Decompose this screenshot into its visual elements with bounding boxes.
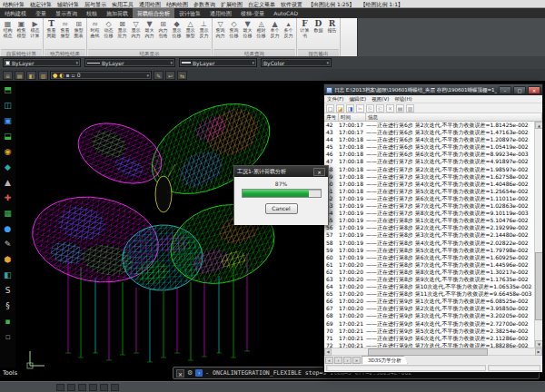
log-row[interactable]: 6417:00:20——正在进行第8步 第10次迭代,不平衡力收敛误差=1.06… (324, 283, 542, 290)
relative-disp-button[interactable]: ◬相对位移 (254, 19, 268, 38)
close-icon[interactable]: ✕ (313, 168, 325, 176)
progress-dialog-titlebar[interactable]: 工况1-累计荷载分析 ✕ (234, 166, 328, 177)
check-model-button[interactable]: ▣检查模型 (15, 19, 28, 38)
layer-states-icon[interactable]: ▤ (15, 71, 25, 80)
cut-icon[interactable]: ✂ (356, 104, 364, 113)
menu-item[interactable]: 【出图比例 1:25】 (305, 0, 357, 8)
column-header-time[interactable]: 时间 (339, 113, 366, 121)
layer-freeze-icon[interactable]: ▥ (38, 71, 48, 80)
ribbon-tab[interactable]: AutoCAD (269, 8, 302, 18)
vertical-scrollbar[interactable]: ▲ ▼ (534, 122, 542, 348)
report-f-button[interactable]: F计算书 (298, 19, 312, 38)
layer-manager-icon[interactable]: ≡ (3, 71, 13, 80)
force-envelope-button[interactable]: ⊞内力包络 (156, 19, 170, 38)
ribbon-tab[interactable]: 结构建模 (0, 8, 31, 18)
maximize-button[interactable]: □ (513, 86, 526, 94)
log-menu-item[interactable]: 视图(V) (369, 96, 391, 103)
cone-tool-icon[interactable]: ▲ (1, 174, 15, 190)
show-disp-button[interactable]: ◆显示位移 (170, 19, 183, 38)
menu-item[interactable]: 自定义菜单 (245, 0, 278, 8)
menu-item[interactable]: 结构绘图 (164, 0, 191, 8)
log-row[interactable]: 6517:00:20——正在进行第8步 第11次迭代,不平衡力收敛误差=9.66… (324, 290, 542, 298)
log-row[interactable]: 5517:00:19——正在进行第8步 第1次迭代,不平衡力收敛误差=5.104… (324, 217, 542, 224)
diamond-node-tool-icon[interactable]: ◆ (1, 159, 15, 174)
horizontal-scroll-thumb[interactable] (368, 348, 488, 356)
ribbon-tab[interactable]: 荷载组合分析 (133, 8, 174, 18)
small-solid-tool-icon[interactable]: ▪ (1, 313, 15, 328)
next-tab-icon[interactable]: › (343, 357, 352, 364)
log-sheet-tab[interactable]: 3D3S力学分析 (362, 356, 408, 364)
edit-tool-icon[interactable]: ✎ (1, 236, 15, 251)
node-tool-icon[interactable]: ● (1, 220, 15, 236)
ribbon-tab[interactable]: 变量 (31, 8, 51, 18)
menu-item[interactable]: 辅助计算 (54, 0, 82, 8)
half-panel-tool-icon[interactable]: ◧ (1, 267, 15, 282)
log-window-titlebar[interactable]: 日志 E:\2013档案\超限\190601蝴蝶结_夹层 存档\190601蝴蝶… (324, 84, 542, 95)
plotstyle-combo[interactable]: ByColor ▾ (261, 58, 332, 67)
copy-icon[interactable]: ⎘ (366, 104, 374, 113)
log-menu-item[interactable]: 编辑(E) (346, 96, 369, 103)
log-row[interactable]: 4517:00:18——正在进行第6步 第5次迭代,不平衡力收敛误差=1.054… (324, 143, 542, 151)
prev-tab-icon[interactable]: ‹ (334, 357, 342, 364)
log-row[interactable]: 5117:00:18——正在进行第7步 第5次迭代,不平衡力收敛误差=1.256… (324, 188, 542, 195)
osnap-toggle[interactable] (100, 384, 108, 391)
first-tab-icon[interactable]: « (325, 357, 333, 364)
time-history-button[interactable]: ≈时程曲线 (88, 19, 102, 38)
menu-item[interactable]: 扩展绘图 (218, 0, 245, 8)
customize-icon[interactable]: ⚙ (187, 369, 193, 377)
log-row[interactable]: 6717:00:20——正在进行第9步 第2次迭代,不平衡力收敛误差=3.958… (324, 305, 542, 312)
menu-item[interactable]: 层与显示 (82, 0, 109, 8)
log-menu-item[interactable]: 帮助(H) (391, 96, 414, 103)
log-row[interactable]: 7017:00:21——正在进行第9步 第5次迭代,不平衡力收敛误差=2.382… (324, 328, 542, 335)
query-disp-button[interactable]: ◇查询位移 (227, 19, 241, 38)
multi-reaction-button[interactable]: ▴多个反力 (282, 19, 295, 38)
max-disp-button[interactable]: ▼最大位移 (241, 19, 254, 38)
add-member-tool-icon[interactable]: ✚ (1, 190, 15, 205)
log-row[interactable]: 4917:00:18——正在进行第7步 第3次迭代,不平衡力收敛误差=1.627… (324, 173, 542, 181)
grid-panel-tool-icon[interactable]: ▣ (1, 113, 15, 128)
log-row[interactable]: 4417:00:18——正在进行第6步 第4次迭代,不平衡力收敛误差=1.208… (324, 136, 542, 143)
grid-toggle[interactable] (67, 384, 75, 391)
log-row[interactable]: 5817:00:19——正在进行第8步 第4次迭代,不平衡力收敛误差=2.028… (324, 240, 542, 247)
scroll-down-icon[interactable]: ▼ (535, 340, 542, 348)
run-modal-button[interactable]: ▶模态计算 (28, 19, 42, 38)
log-row[interactable]: 6017:00:19——正在进行第8步 第6次迭代,不平衡力收敛误差=1.609… (324, 254, 542, 261)
solid-slab-tool-icon[interactable]: ◫ (1, 97, 15, 113)
ribbon-tab[interactable]: 设计验算 (174, 8, 205, 18)
log-row[interactable]: 6317:00:20——正在进行第8步 第9次迭代,不平衡力收敛误差=1.176… (324, 276, 542, 283)
log-row[interactable]: 5617:00:19——正在进行第8步 第2次迭代,不平衡力收敛误差=2.192… (324, 224, 542, 231)
make-layer-current-icon[interactable]: ✎ (154, 71, 164, 80)
sphere-tool-icon[interactable]: ◉ (1, 143, 15, 159)
mesh-tool-icon[interactable]: ▦ (1, 205, 15, 220)
log-menu-item[interactable]: 文件(F) (324, 96, 346, 103)
hex-section-tool-icon[interactable]: ⬢ (1, 251, 15, 267)
layer-previous-icon[interactable]: ↩ (165, 71, 175, 80)
layer-match-icon[interactable]: ⇆ (177, 71, 187, 80)
section-tool-icon[interactable]: § (1, 298, 15, 313)
menu-item[interactable]: 结构计算 (0, 0, 27, 8)
layer-combo[interactable]: ● ◐ ▪ ▫ 0 ▾ (50, 71, 152, 80)
menu-item[interactable]: 【绘图比例 1:1】 (357, 0, 406, 8)
log-row[interactable]: 5417:00:19——正在进行第7步 第8次迭代,不平衡力收敛误差=9.101… (324, 210, 542, 217)
menu-item[interactable]: 软件设置 (278, 0, 305, 8)
modal-table-button[interactable]: ▦结构模态 (1, 19, 15, 38)
view-period-button[interactable]: T查看周期 (45, 19, 58, 38)
spline-tool-icon[interactable]: S (1, 282, 15, 298)
log-row[interactable]: 6817:00:20——正在进行第9步 第3次迭代,不平衡力收敛误差=3.202… (324, 312, 542, 319)
color-combo[interactable]: ByLayer ▾ (3, 58, 81, 67)
show-mode-button[interactable]: △显示振型 (183, 19, 197, 38)
new-log-icon[interactable]: ▢ (326, 104, 334, 113)
log-row[interactable]: 7117:00:21——正在进行第9步 第6次迭代,不平衡力收敛误差=2.112… (324, 335, 542, 342)
menu-item[interactable]: 参数查询 (191, 0, 218, 8)
linetype-combo[interactable]: ByLayer ▾ (84, 58, 175, 67)
log-row[interactable]: 4317:00:17——正在进行第6步 第3次迭代,不平衡力收敛误差=1.471… (324, 129, 542, 136)
log-row[interactable]: 5217:00:19——正在进行第7步 第6次迭代,不平衡力收敛误差=1.110… (324, 195, 542, 202)
scroll-right-icon[interactable]: ▶ (535, 348, 542, 356)
report-d-button[interactable]: D数据 (312, 19, 325, 34)
ortho-toggle[interactable] (78, 384, 86, 391)
small-frame-tool-icon[interactable]: ▫ (1, 328, 15, 344)
lineweight-combo[interactable]: ByLayer ▾ (179, 58, 257, 67)
log-row[interactable]: 5917:00:19——正在进行第8步 第5次迭代,不平衡力收敛误差=1.797… (324, 247, 542, 254)
report-r-button[interactable]: R报告 (325, 19, 339, 34)
layer-isolate-icon[interactable]: ◧ (26, 71, 36, 80)
